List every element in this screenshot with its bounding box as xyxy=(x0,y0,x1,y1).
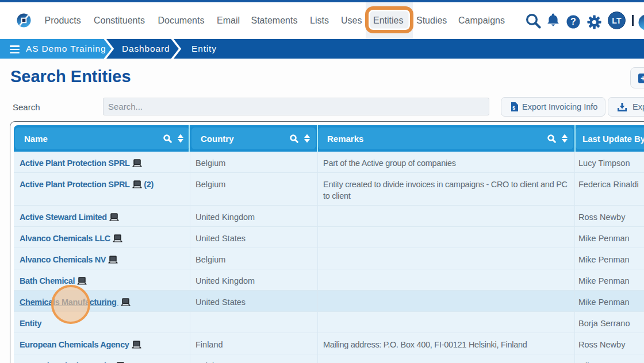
svg-text:$: $ xyxy=(512,105,515,111)
svg-text:?: ? xyxy=(570,17,576,26)
